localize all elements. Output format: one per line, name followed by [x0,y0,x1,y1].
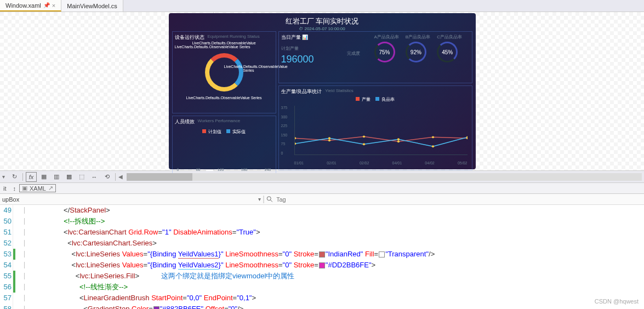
svg-point-8 [362,143,364,145]
equipment-panel: 设备运行状态 Equipment Running Status LiveChar… [172,31,276,113]
scrollbar-horizontal[interactable] [127,173,642,181]
ring-label: C产品良品率 [437,34,462,40]
today-title: 当日产量 [281,35,301,40]
dashboard-title: 红岩工厂 车间实时状况 [172,16,472,26]
x-tick: 04/01 [392,161,402,165]
breadcrumb-bar: upBox ▾ [0,194,644,205]
y-tick: 150 [281,133,292,137]
search-icon [266,196,273,203]
plan-value: 196000 [281,54,347,65]
fold-column: ││││││││││ [22,205,44,309]
dropdown-arrow-icon[interactable]: ▾ [258,196,261,202]
svg-point-0 [295,137,296,139]
split-btn[interactable]: ↕ [10,184,20,193]
panel-title-en: Workers Performance [198,118,241,125]
ring-label: B产品良品率 [406,34,430,40]
panel-title-cn: 设备运行状态 [175,34,204,41]
tab-label: Window.xaml [5,2,41,9]
x-tick: 60 [196,168,201,171]
ring-gauge: 75% [374,42,395,62]
code-area[interactable]: </StackPanel> <!--拆线图--> <lvc:CartesianC… [44,205,644,309]
svg-point-9 [397,138,399,140]
x-tick: 120 [218,168,224,171]
x-tick: 05/02 [458,161,468,165]
legend-swatch [356,97,360,101]
close-icon[interactable]: × [52,2,55,9]
tool-grid-1[interactable]: ▦ [38,172,49,182]
performance-panel: 人员绩效 Workers Performance 计划值 实际值 0 60 12… [172,116,276,176]
panel-title-en: Yield Statistics [325,88,354,95]
change-marks [13,205,22,309]
tool-btn[interactable]: ↻ [9,172,20,182]
tab-mainviewmodel[interactable]: MainViewModel.cs [61,0,123,12]
donut-chart [205,53,243,91]
svg-line-13 [270,199,272,202]
plan-label: 计划产量 [281,45,347,52]
tab-label: MainViewModel.cs [67,3,117,9]
x-tick: 02/01 [327,161,337,165]
tool-grid-2[interactable]: ▥ [51,172,62,182]
svg-point-2 [362,135,364,138]
stats-panel: 生产量/良品率统计 Yield Statistics 产量 良品率 375 30… [278,85,472,170]
ring-label: A产品良品率 [374,34,399,40]
tag-input[interactable] [276,196,386,203]
x-tick: 02/02 [360,161,369,165]
chart-label: LiveCharts.Defaults.ObservableValue Seri… [175,96,273,100]
tool-select[interactable]: ⬚ [76,172,87,182]
legend-swatch [375,97,379,101]
design-canvas[interactable]: 红岩工厂 车间实时状况 ⏱ 2024-05-07 10:00:00 设备运行状态… [169,13,476,169]
tool-arrows[interactable]: ↔ [89,172,100,182]
tab-window-xaml[interactable]: Window.xaml 📌 × [0,0,61,12]
panel-title-cn: 人员绩效 [175,118,195,125]
svg-point-4 [431,136,434,138]
legend-swatch [226,129,230,133]
x-tick: 240 [265,168,271,171]
legend-label: 良品率 [381,97,395,102]
legend-label: 实际值 [232,129,246,134]
y-tick: 75 [281,142,292,146]
complete-label: 完成度 [347,34,374,81]
line-plot [294,106,468,155]
code-editor[interactable]: 49505152535455565758 ││││││││││ </StackP… [0,205,644,309]
legend-label: 产量 [362,97,371,102]
pin-icon[interactable]: 📌 [43,2,50,8]
svg-point-10 [431,145,434,147]
dashboard-timestamp: ⏱ 2024-05-07 10:00:00 [172,26,472,31]
y-tick: 225 [281,124,292,128]
svg-point-6 [295,142,296,145]
panel-title-en: Equipment Running Status [208,34,260,41]
ring-gauge: 45% [437,42,458,62]
chart-icon: 📊 [302,35,308,40]
chart-label: LiveCharts.Defaults.ObservableValue Seri… [224,65,273,72]
breadcrumb-text[interactable]: upBox [0,196,19,203]
split-bar: it ↕ ▣ XAML ↗ [0,183,644,194]
svg-point-1 [328,139,330,141]
designer-surface[interactable]: 1" 红岩工厂 车间实时状况 ⏱ 2024-05-07 10:00:00 设备运… [0,12,644,171]
x-tick: 01/01 [294,161,304,165]
panel-title-cn: 生产量/良品率统计 [281,88,322,95]
toolbar-dropdown[interactable]: ▾ [2,174,5,180]
line-gutter: 49505152535455565758 [0,205,13,309]
legend-label: 计划值 [208,129,221,134]
tool-grid-3[interactable]: ▩ [64,172,75,182]
designer-toolbar: ▾ ↻ fx ▦ ▥ ▩ ⬚ ↔ ⟲ ◀ [0,171,644,183]
svg-point-12 [267,196,271,200]
y-tick: 300 [281,115,292,119]
chart-label: LiveCharts.Defaults.ObservableValue Seri… [175,45,273,49]
document-tabs: Window.xaml 📌 × MainViewModel.cs [0,0,644,12]
split-btn[interactable]: it [0,184,10,193]
tool-rotate[interactable]: ⟲ [101,172,112,182]
legend-swatch [202,129,206,133]
x-tick: 0 [177,168,179,171]
tool-fx[interactable]: fx [26,172,37,182]
x-tick: 04/02 [425,161,435,165]
today-panel: 当日产量 📊 计划产量 196000 完成度 A产品良品率 75% B [278,31,472,83]
x-tick: 180 [241,168,248,171]
chart-label: LiveCharts.Defaults.ObservableValue [175,41,273,45]
scroll-left[interactable]: ◀ [118,174,123,180]
svg-point-7 [328,137,330,139]
y-tick: 375 [281,106,292,110]
ring-gauge: 92% [406,42,426,62]
svg-point-3 [397,140,399,142]
xaml-pane-button[interactable]: ▣ XAML ↗ [19,184,56,192]
